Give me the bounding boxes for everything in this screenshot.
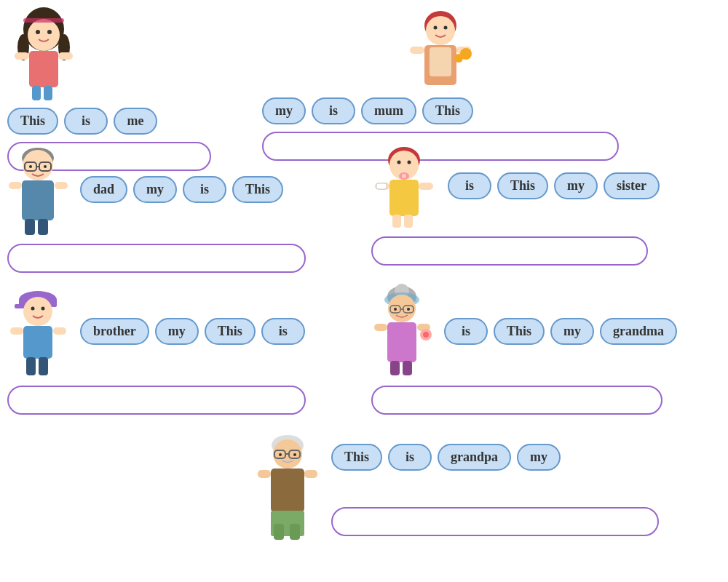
sister-word-sister[interactable]: sister — [604, 172, 660, 199]
grandpa-words-row: This is grandpa my — [331, 444, 659, 471]
svg-rect-66 — [387, 322, 416, 362]
mum-words-row: my is mum This — [262, 97, 619, 124]
dad-words-row: dad my is This — [80, 176, 283, 203]
sister-section: is This my sister — [371, 142, 660, 266]
brother-words-row: brother my This is — [80, 318, 305, 345]
svg-point-70 — [423, 332, 429, 338]
grandma-section: is This my grandma — [371, 284, 677, 415]
svg-rect-8 — [15, 52, 29, 60]
svg-rect-42 — [376, 183, 387, 189]
dad-word-this[interactable]: This — [232, 176, 283, 203]
svg-point-27 — [29, 165, 32, 168]
svg-point-50 — [31, 307, 35, 311]
svg-point-21 — [454, 54, 463, 63]
svg-rect-85 — [290, 524, 300, 540]
svg-rect-82 — [304, 470, 317, 478]
dad-answer-box[interactable] — [7, 244, 306, 273]
grandpa-section: This is grandpa my — [255, 429, 659, 542]
svg-point-38 — [397, 161, 401, 164]
sister-words-row: is This my sister — [448, 172, 660, 199]
svg-rect-32 — [25, 219, 35, 235]
grandpa-word-this[interactable]: This — [331, 444, 382, 471]
svg-point-37 — [402, 174, 406, 178]
sister-word-this[interactable]: This — [497, 172, 548, 199]
svg-rect-80 — [271, 469, 304, 512]
me-word-this[interactable]: This — [7, 108, 58, 135]
sister-word-my[interactable]: my — [554, 172, 598, 199]
svg-rect-33 — [38, 219, 48, 235]
grandpa-answer-box[interactable] — [331, 507, 659, 536]
grandma-word-is[interactable]: is — [444, 318, 488, 345]
grandpa-image — [255, 429, 320, 542]
girl-me-image — [7, 7, 80, 102]
svg-point-15 — [444, 26, 448, 30]
me-words-row: This is me — [7, 108, 211, 135]
grandma-word-this[interactable]: This — [494, 318, 545, 345]
brother-word-brother[interactable]: brother — [80, 318, 149, 345]
me-word-me[interactable]: me — [114, 108, 157, 135]
brother-section: brother my This is — [7, 284, 306, 415]
brother-answer-box[interactable] — [7, 386, 306, 415]
svg-rect-31 — [55, 182, 68, 189]
dad-word-is[interactable]: is — [183, 176, 226, 203]
svg-point-60 — [388, 295, 416, 322]
sister-image — [371, 142, 437, 229]
svg-rect-45 — [404, 215, 413, 228]
svg-rect-17 — [430, 47, 451, 76]
svg-point-49 — [23, 297, 52, 326]
brother-word-is[interactable]: is — [261, 318, 305, 345]
svg-point-13 — [426, 16, 455, 45]
grandma-image — [371, 284, 433, 378]
svg-rect-55 — [26, 357, 36, 375]
sister-word-is[interactable]: is — [448, 172, 491, 199]
svg-point-51 — [41, 307, 45, 311]
mum-word-my[interactable]: my — [262, 97, 306, 124]
brother-word-this[interactable]: This — [205, 318, 256, 345]
mum-section: my is mum This — [262, 7, 619, 161]
dad-section: dad my is This — [7, 142, 306, 273]
svg-point-28 — [44, 165, 47, 168]
dad-word-dad[interactable]: dad — [80, 176, 127, 203]
grandma-words-row: is This my grandma — [444, 318, 677, 345]
sister-answer-box[interactable] — [371, 236, 648, 266]
mum-word-mum[interactable]: mum — [361, 97, 416, 124]
grandpa-word-is[interactable]: is — [388, 444, 432, 471]
svg-rect-81 — [258, 470, 271, 478]
mum-word-is[interactable]: is — [312, 97, 355, 124]
svg-point-14 — [434, 26, 438, 30]
svg-rect-18 — [410, 47, 424, 54]
brother-word-my[interactable]: my — [155, 318, 199, 345]
svg-point-4 — [36, 30, 40, 34]
svg-point-3 — [28, 19, 60, 51]
svg-rect-71 — [390, 361, 400, 375]
dad-image — [7, 142, 69, 236]
svg-rect-10 — [32, 86, 41, 100]
mum-word-this[interactable]: This — [422, 97, 473, 124]
dad-word-my[interactable]: my — [133, 176, 177, 203]
svg-rect-52 — [23, 326, 52, 359]
svg-rect-40 — [389, 180, 419, 216]
svg-rect-84 — [274, 524, 284, 540]
svg-rect-30 — [9, 182, 22, 189]
grandpa-word-grandpa[interactable]: grandpa — [438, 444, 511, 471]
svg-rect-29 — [22, 180, 54, 220]
svg-rect-7 — [29, 51, 58, 87]
svg-point-79 — [293, 453, 296, 456]
svg-point-64 — [394, 308, 397, 311]
svg-rect-43 — [419, 183, 433, 190]
me-word-is[interactable]: is — [64, 108, 108, 135]
grandma-word-grandma[interactable]: grandma — [600, 318, 677, 345]
svg-point-78 — [279, 453, 282, 456]
svg-point-65 — [407, 308, 410, 311]
svg-rect-44 — [392, 215, 401, 228]
svg-rect-6 — [23, 18, 64, 23]
grandma-answer-box[interactable] — [371, 386, 662, 415]
grandpa-word-my[interactable]: my — [517, 444, 561, 471]
svg-rect-54 — [53, 327, 66, 335]
mum-image — [404, 7, 477, 95]
svg-rect-53 — [10, 327, 23, 335]
svg-point-39 — [408, 161, 411, 164]
brother-image — [7, 284, 69, 378]
grandma-word-my[interactable]: my — [550, 318, 594, 345]
svg-point-5 — [47, 30, 52, 34]
